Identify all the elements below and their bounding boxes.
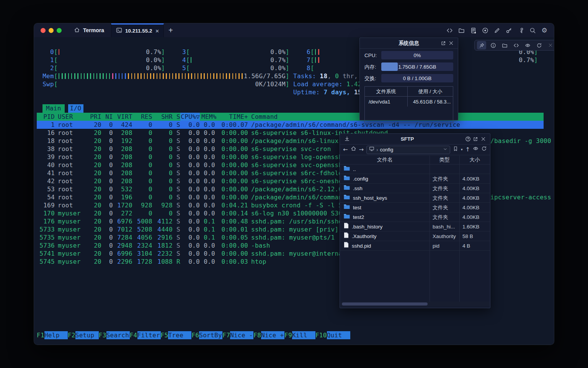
- close-icon[interactable]: [479, 135, 487, 143]
- up-directory-icon[interactable]: ↑: [465, 146, 470, 154]
- col-shr[interactable]: SHR: [152, 113, 173, 121]
- minimize-window-button[interactable]: [49, 28, 54, 33]
- htop-tab-main[interactable]: Main: [42, 104, 65, 113]
- fkey-action[interactable]: Nice -: [230, 331, 253, 339]
- home-icon: [74, 27, 80, 34]
- code-icon[interactable]: [446, 27, 453, 34]
- search-icon[interactable]: [529, 27, 536, 34]
- col-res[interactable]: RES: [132, 113, 152, 121]
- file-row[interactable]: ssh_host_keys文件夹4.00KB: [340, 193, 490, 203]
- close-icon[interactable]: [546, 41, 554, 49]
- file-row[interactable]: .XauthorityXauthority58 B: [340, 232, 490, 241]
- help-icon[interactable]: [464, 135, 472, 143]
- file-row[interactable]: .bash_historybash_hi...1.60KB: [340, 222, 490, 232]
- fkey-label: F6: [191, 331, 199, 339]
- cpu-meter-0: 0[0.7%]: [42, 48, 165, 56]
- folder-icon: [344, 204, 350, 212]
- bookmark-icon[interactable]: [453, 146, 458, 154]
- tab-session[interactable]: 10.211.55.2 ×: [111, 23, 164, 37]
- process-table-header: PID USER PRI NI VIRT RES SHR S CPU%▽ MEM…: [37, 113, 544, 121]
- terminal-area[interactable]: 0[0.7%] 1[0.0%] 2[0.0%] 3[0.0%] 4[0.7%] …: [34, 37, 554, 345]
- log-icon[interactable]: [470, 27, 477, 34]
- fs-col-usage: 使用 / 大小: [408, 87, 453, 95]
- folder-icon[interactable]: [458, 27, 465, 34]
- file-col-type[interactable]: 类型: [430, 156, 459, 164]
- pin-icon[interactable]: [477, 41, 486, 49]
- col-pri[interactable]: PRI: [90, 113, 101, 121]
- col-virt[interactable]: VIRT: [113, 113, 132, 121]
- path-segment[interactable]: config: [380, 146, 394, 154]
- fkey-label: F7: [222, 331, 230, 339]
- filesystem-row[interactable]: /dev/vda145.61GB / 58.3...: [365, 97, 453, 107]
- settings-icon[interactable]: ⚙: [541, 27, 548, 34]
- open-in-window-icon[interactable]: [439, 39, 447, 47]
- fkey-label: F9: [284, 331, 292, 339]
- fkey-action[interactable]: Tree: [168, 331, 191, 339]
- key-icon[interactable]: [505, 27, 512, 34]
- open-in-window-icon[interactable]: [472, 135, 479, 143]
- fkey-action[interactable]: SortBy: [199, 331, 222, 339]
- file-icon: [344, 242, 349, 250]
- file-size: 4.00KB: [459, 204, 490, 212]
- col-ni[interactable]: NI: [101, 113, 113, 121]
- path-breadcrumb[interactable]: › config: [366, 146, 450, 154]
- edit-icon[interactable]: [493, 27, 500, 34]
- scrollbar-thumb[interactable]: [342, 302, 428, 306]
- home-icon[interactable]: [351, 146, 356, 154]
- close-tab-icon[interactable]: ×: [155, 28, 159, 34]
- close-icon[interactable]: [447, 39, 455, 47]
- htop-tab-bar: Main I/O: [42, 104, 83, 113]
- col-mem[interactable]: MEM%: [200, 113, 215, 121]
- fkey-action[interactable]: Filter: [137, 331, 161, 339]
- file-row[interactable]: ..: [340, 164, 490, 174]
- maximize-window-button[interactable]: [57, 28, 62, 33]
- col-user[interactable]: USER: [58, 113, 90, 121]
- app-window: Termora 10.211.55.2 × + ⚙ 0[0.7%] 1[0.0%…: [34, 23, 554, 345]
- htop-tab-io[interactable]: I/O: [68, 104, 83, 113]
- close-window-button[interactable]: [41, 28, 46, 33]
- back-icon[interactable]: ←: [343, 146, 348, 154]
- floating-toolbar: [474, 40, 554, 51]
- file-row[interactable]: .ssh文件夹4.00KB: [340, 184, 490, 193]
- col-pid[interactable]: PID: [37, 113, 55, 121]
- refresh-icon[interactable]: [534, 41, 544, 49]
- cpu-usage-bar: 0%: [381, 51, 453, 59]
- fkey-action[interactable]: Setup: [75, 331, 99, 339]
- file-col-size[interactable]: 大小: [459, 156, 490, 164]
- file-list: ...config文件夹4.00KB.ssh文件夹4.00KBssh_host_…: [340, 164, 490, 251]
- fkey-action[interactable]: Help: [44, 331, 68, 339]
- session-tab-label: 10.211.55.2: [125, 28, 152, 34]
- fkey-action[interactable]: Nice +: [261, 331, 284, 339]
- fkey-action[interactable]: Search: [106, 331, 130, 339]
- process-row[interactable]: 1root20042400S0.00.00:00.07/package/admi…: [37, 121, 544, 129]
- keychain-icon[interactable]: [517, 27, 524, 34]
- folder-icon[interactable]: [500, 41, 509, 49]
- code-icon[interactable]: [511, 41, 521, 49]
- tab-home[interactable]: Termora: [67, 23, 111, 37]
- col-s[interactable]: S: [173, 113, 180, 121]
- cpu-meter-1: 1[0.0%]: [42, 56, 165, 64]
- nvidia-icon[interactable]: [523, 41, 532, 49]
- forward-icon[interactable]: →: [359, 146, 364, 154]
- bookmark-caret-icon[interactable]: ▾: [461, 146, 463, 154]
- chevron-down-icon[interactable]: [443, 146, 448, 154]
- file-row[interactable]: test文件夹4.00KB: [340, 203, 490, 212]
- info-icon[interactable]: [488, 41, 498, 49]
- new-tab-button[interactable]: +: [164, 23, 178, 37]
- file-col-name[interactable]: 文件名: [340, 156, 430, 164]
- record-icon[interactable]: [482, 27, 488, 34]
- file-row[interactable]: test2文件夹4.00KB: [340, 212, 490, 222]
- show-hidden-icon[interactable]: [473, 146, 479, 154]
- file-row[interactable]: .config文件夹4.00KB: [340, 174, 490, 184]
- col-time[interactable]: TIME+: [215, 113, 248, 121]
- system-info-title: 系统信息: [378, 39, 439, 47]
- file-row[interactable]: sshd.pidpid4 B: [340, 241, 490, 251]
- fkey-action[interactable]: Quit: [327, 331, 350, 339]
- fkey-action[interactable]: Kill: [292, 331, 315, 339]
- download-icon[interactable]: [343, 135, 351, 143]
- sftp-toolbar: ← → › config ▾ ↑: [340, 145, 490, 155]
- refresh-icon[interactable]: [481, 146, 487, 154]
- file-name: .ssh: [353, 184, 363, 192]
- col-cpu-sorted[interactable]: CPU%▽: [180, 113, 200, 121]
- swap-usage-row: 交换: 0 B / 1.00GB: [360, 73, 458, 83]
